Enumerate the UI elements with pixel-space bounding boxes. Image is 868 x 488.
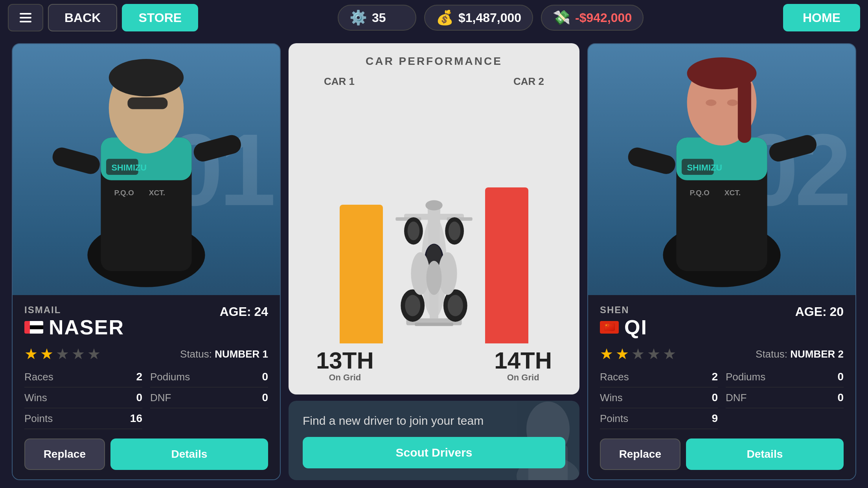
driver-name-row-1: ISMAIL NASER AGE [24, 305, 268, 339]
points-stat-2: Points 9 [600, 412, 718, 429]
points-stat-1: Points 16 [24, 412, 142, 429]
details-button-2[interactable]: Details [686, 438, 844, 470]
races-stat-1: Races 2 [24, 371, 142, 387]
cash-icon: 💰 [436, 9, 454, 26]
car1-position-number: 13TH [316, 349, 374, 372]
driver-name-left-1: ISMAIL NASER [24, 305, 124, 339]
svg-text:SHIMIZU: SHIMIZU [112, 163, 147, 172]
driver-first-name-2: SHEN [600, 305, 647, 316]
star-2-4: ★ [647, 345, 660, 363]
star-2-5: ★ [663, 345, 676, 363]
driver-last-name-row-1: NASER [24, 316, 124, 339]
car2-position: 14TH On Grid [494, 349, 552, 383]
svg-text:XCT.: XCT. [725, 189, 741, 197]
home-button[interactable]: HOME [783, 4, 860, 31]
star-2-2: ★ [616, 345, 629, 363]
driver-name-left-2: SHEN 🇨🇳 QI [600, 305, 647, 339]
svg-rect-50 [626, 145, 677, 176]
debt-value: -$942,000 [575, 11, 632, 25]
main-content: 01 SHIMIZU [0, 35, 868, 488]
driver-last-name-2: QI [624, 316, 647, 339]
svg-rect-10 [192, 133, 243, 164]
car2-position-number: 14TH [494, 349, 552, 372]
driver-flag-2: 🇨🇳 [600, 321, 619, 334]
dnf-stat-1: DNF 0 [150, 391, 268, 408]
wins-stat-2: Wins 0 [600, 391, 718, 408]
car1-label: CAR 1 [324, 75, 355, 88]
svg-point-30 [448, 295, 463, 316]
races-stat-2: Races 2 [600, 371, 718, 387]
star-1-1: ★ [24, 345, 38, 363]
currency-value: 35 [372, 11, 386, 25]
svg-rect-51 [767, 133, 819, 164]
car2-bar [485, 187, 528, 343]
scout-drivers-button[interactable]: Scout Drivers [303, 437, 565, 468]
hamburger-icon [20, 13, 31, 22]
svg-rect-7 [127, 97, 167, 109]
driver-info-2: SHEN 🇨🇳 QI AGE: 20 ★ ★ ★ ★ ★ [588, 295, 855, 479]
top-navigation: BACK STORE ⚙️ 35 💰 $1,487,000 💸 -$942,00… [0, 0, 868, 35]
stars-row-1: ★ ★ ★ ★ ★ Status: NUMBER 1 [24, 345, 268, 363]
driver-stars-2: ★ ★ ★ ★ ★ [600, 345, 676, 363]
svg-text:SHIMIZU: SHIMIZU [687, 163, 722, 172]
svg-point-25 [408, 222, 419, 240]
svg-text:XCT.: XCT. [149, 189, 165, 197]
menu-button[interactable] [8, 4, 43, 31]
currency-icon: ⚙️ [349, 9, 367, 26]
card-buttons-2: Replace Details [600, 438, 844, 470]
f1-car-container [379, 193, 489, 343]
svg-text:P.Q.O: P.Q.O [114, 189, 134, 197]
driver-name-row-2: SHEN 🇨🇳 QI AGE: 20 [600, 305, 844, 339]
driver-portrait-1: 01 SHIMIZU [13, 44, 280, 295]
car-labels-row: CAR 1 CAR 2 [300, 75, 568, 88]
star-2-3: ★ [631, 345, 645, 363]
store-button[interactable]: STORE [122, 4, 198, 31]
svg-rect-22 [415, 323, 453, 326]
driver-stats-grid-1: Races 2 Podiums 0 Wins 0 DNF 0 Points [24, 371, 268, 429]
f1-car-svg [379, 193, 489, 342]
car-position-row: 13TH On Grid 14TH On Grid [300, 343, 568, 383]
driver-card-1: 01 SHIMIZU [12, 43, 281, 480]
driver-status-1: Status: NUMBER 1 [180, 348, 268, 360]
svg-point-29 [405, 295, 420, 316]
debt-icon: 💸 [553, 9, 570, 26]
driver-info-1: ISMAIL NASER AGE [13, 295, 280, 479]
replace-button-2[interactable]: Replace [600, 438, 680, 470]
star-1-4: ★ [72, 345, 85, 363]
svg-rect-9 [50, 145, 102, 176]
scout-description: Find a new driver to join your team [303, 413, 499, 429]
currency-stat: ⚙️ 35 [338, 5, 416, 31]
replace-button-1[interactable]: Replace [24, 438, 105, 470]
driver-age-1: AGE: 24 [220, 305, 268, 319]
back-button[interactable]: BACK [48, 4, 117, 31]
svg-point-26 [449, 222, 460, 240]
card-buttons-1: Replace Details [24, 438, 268, 470]
car1-grid-label: On Grid [316, 372, 374, 383]
car-performance-card: CAR PERFORMANCE CAR 1 CAR 2 [289, 43, 579, 394]
driver-last-name-row-2: 🇨🇳 QI [600, 316, 647, 339]
driver-card-2: 02 SHIMIZU P.Q.O [587, 43, 856, 480]
dnf-stat-2: DNF 0 [726, 391, 844, 408]
details-button-1[interactable]: Details [110, 438, 268, 470]
svg-point-47 [727, 99, 738, 106]
center-panel: CAR PERFORMANCE CAR 1 CAR 2 [289, 43, 579, 480]
svg-rect-45 [738, 79, 751, 143]
star-1-3: ★ [56, 345, 69, 363]
car1-position: 13TH On Grid [316, 349, 374, 383]
driver-stars-1: ★ ★ ★ ★ ★ [24, 345, 101, 363]
driver-age-2: AGE: 20 [795, 305, 844, 319]
car-visual-container [300, 92, 568, 343]
star-1-5: ★ [87, 345, 101, 363]
stars-row-2: ★ ★ ★ ★ ★ Status: NUMBER 2 [600, 345, 844, 363]
driver-stats-grid-2: Races 2 Podiums 0 Wins 0 DNF 0 Points [600, 371, 844, 429]
scout-card: Find a new driver to join your team Scou… [289, 401, 579, 480]
podiums-stat-2: Podiums 0 [726, 371, 844, 387]
cash-stat: 💰 $1,487,000 [424, 5, 533, 31]
driver-portrait-2: 02 SHIMIZU P.Q.O [588, 44, 855, 295]
driver-illustration-1: SHIMIZU P.Q.O XCT. [13, 44, 280, 295]
car2-label: CAR 2 [513, 75, 544, 88]
svg-point-15 [425, 200, 442, 211]
driver-first-name-1: ISMAIL [24, 305, 124, 316]
cash-value: $1,487,000 [458, 11, 521, 25]
driver-status-2: Status: NUMBER 2 [756, 348, 844, 360]
